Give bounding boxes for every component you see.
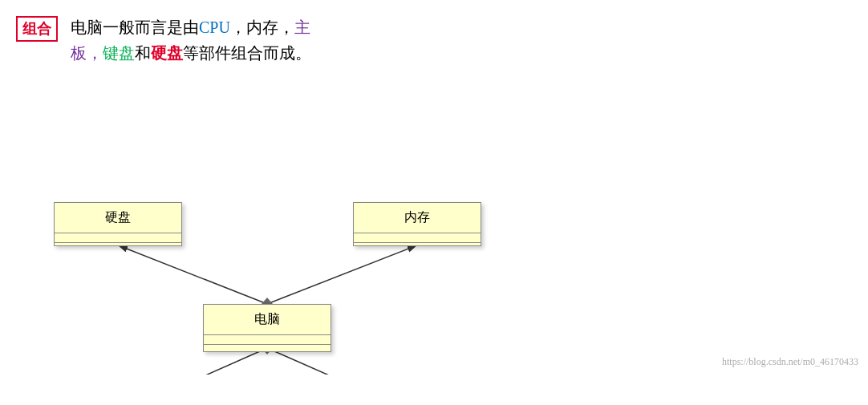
desc-text1: 电脑一般而言是由 [71,18,199,36]
desc-text3: 和 [135,44,151,62]
desc-text4: 等部件组合而成。 [183,44,311,62]
desc-motherboard: 主 [294,18,310,36]
memory-label: 内存 [354,203,481,233]
badge: 组合 [16,16,58,42]
desc-keyboard: 键盘 [103,44,135,62]
harddisk-label: 硬盘 [55,203,181,233]
desc-harddisk: 硬盘 [151,44,183,62]
description: 电脑一般而言是由CPU，内存，主 板，键盘和硬盘等部件组合而成。 [71,14,311,66]
watermark: https://blog.csdn.net/m0_46170433 [722,356,858,368]
memory-box: 内存 [353,202,481,246]
computer-label: 电脑 [204,305,331,335]
harddisk-box: 硬盘 [54,202,182,246]
desc-text2: ，内存， [230,18,294,36]
computer-line1 [204,335,331,345]
harddisk-line1 [55,233,181,243]
computer-line2 [204,345,331,354]
computer-box: 电脑 [203,304,331,352]
desc-cpu: CPU [199,18,230,36]
diagram: 硬盘 内存 电脑 CPU 主板 https://blog.csdn.net/m0… [0,78,868,375]
svg-line-1 [267,246,415,304]
memory-line2 [354,243,481,253]
harddisk-line2 [55,243,181,253]
desc-board2: 板， [71,44,103,62]
header: 组合 电脑一般而言是由CPU，内存，主 板，键盘和硬盘等部件组合而成。 [0,0,868,74]
svg-line-0 [120,246,267,304]
memory-line1 [354,233,481,243]
